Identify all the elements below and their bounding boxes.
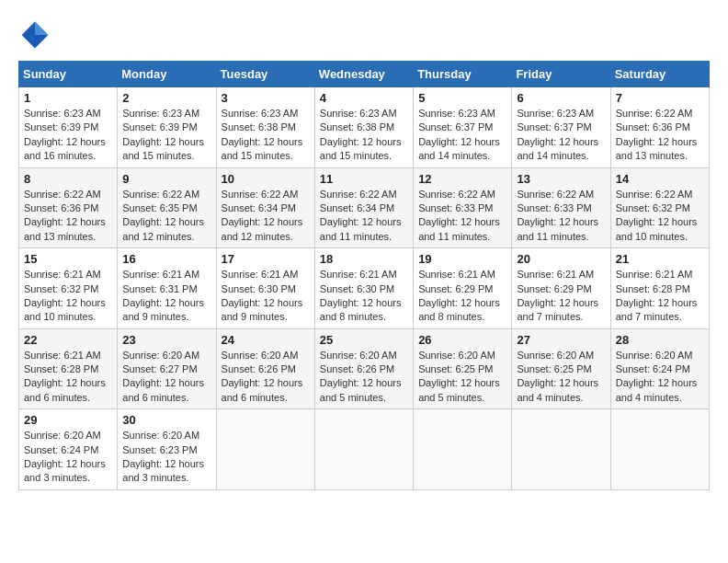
day-info: Sunrise: 6:21 AM Sunset: 6:30 PM Dayligh… — [222, 268, 310, 325]
day-number: 10 — [222, 172, 310, 186]
day-number: 28 — [616, 333, 704, 347]
day-info: Sunrise: 6:21 AM Sunset: 6:28 PM Dayligh… — [616, 268, 704, 325]
day-number: 5 — [418, 91, 506, 105]
calendar-cell: 26 Sunrise: 6:20 AM Sunset: 6:25 PM Dayl… — [414, 328, 512, 409]
day-info: Sunrise: 6:20 AM Sunset: 6:24 PM Dayligh… — [616, 349, 704, 406]
calendar-cell: 8 Sunrise: 6:22 AM Sunset: 6:36 PM Dayli… — [19, 167, 118, 248]
calendar-cell — [414, 409, 512, 490]
calendar-cell: 6 Sunrise: 6:23 AM Sunset: 6:37 PM Dayli… — [512, 87, 610, 168]
weekday-saturday: Saturday — [610, 62, 709, 87]
day-number: 7 — [616, 91, 704, 105]
calendar-cell: 2 Sunrise: 6:23 AM Sunset: 6:39 PM Dayli… — [118, 87, 216, 168]
calendar-cell: 21 Sunrise: 6:21 AM Sunset: 6:28 PM Dayl… — [610, 248, 709, 329]
day-info: Sunrise: 6:23 AM Sunset: 6:39 PM Dayligh… — [24, 107, 112, 164]
calendar-week-1: 1 Sunrise: 6:23 AM Sunset: 6:39 PM Dayli… — [19, 87, 710, 168]
day-number: 20 — [517, 252, 605, 266]
day-number: 17 — [222, 252, 310, 266]
day-number: 15 — [24, 252, 112, 266]
weekday-monday: Monday — [118, 62, 216, 87]
weekday-sunday: Sunday — [19, 62, 118, 87]
day-info: Sunrise: 6:22 AM Sunset: 6:32 PM Dayligh… — [616, 188, 704, 245]
calendar-cell: 15 Sunrise: 6:21 AM Sunset: 6:32 PM Dayl… — [19, 248, 118, 329]
day-number: 23 — [122, 333, 210, 347]
svg-marker-1 — [35, 22, 48, 35]
calendar-cell: 22 Sunrise: 6:21 AM Sunset: 6:28 PM Dayl… — [19, 328, 118, 409]
calendar-cell: 28 Sunrise: 6:20 AM Sunset: 6:24 PM Dayl… — [610, 328, 709, 409]
calendar-cell — [216, 409, 314, 490]
calendar-week-4: 22 Sunrise: 6:21 AM Sunset: 6:28 PM Dayl… — [19, 328, 710, 409]
day-number: 13 — [517, 172, 605, 186]
day-number: 11 — [320, 172, 408, 186]
calendar-cell: 17 Sunrise: 6:21 AM Sunset: 6:30 PM Dayl… — [216, 248, 314, 329]
calendar-cell: 20 Sunrise: 6:21 AM Sunset: 6:29 PM Dayl… — [512, 248, 610, 329]
day-number: 21 — [616, 252, 704, 266]
calendar-cell: 23 Sunrise: 6:20 AM Sunset: 6:27 PM Dayl… — [118, 328, 216, 409]
calendar-body: 1 Sunrise: 6:23 AM Sunset: 6:39 PM Dayli… — [19, 87, 710, 490]
calendar-cell: 13 Sunrise: 6:22 AM Sunset: 6:33 PM Dayl… — [512, 167, 610, 248]
day-number: 4 — [320, 91, 408, 105]
day-number: 14 — [616, 172, 704, 186]
calendar-table: SundayMondayTuesdayWednesdayThursdayFrid… — [18, 61, 710, 490]
calendar-cell — [610, 409, 709, 490]
page-header — [18, 18, 710, 52]
day-info: Sunrise: 6:23 AM Sunset: 6:38 PM Dayligh… — [222, 107, 310, 164]
day-info: Sunrise: 6:21 AM Sunset: 6:28 PM Dayligh… — [24, 349, 112, 406]
day-info: Sunrise: 6:22 AM Sunset: 6:33 PM Dayligh… — [517, 188, 605, 245]
day-number: 25 — [320, 333, 408, 347]
day-number: 19 — [418, 252, 506, 266]
weekday-wednesday: Wednesday — [314, 62, 413, 87]
logo — [18, 18, 57, 52]
calendar-cell: 19 Sunrise: 6:21 AM Sunset: 6:29 PM Dayl… — [414, 248, 512, 329]
calendar-cell: 3 Sunrise: 6:23 AM Sunset: 6:38 PM Dayli… — [216, 87, 314, 168]
day-number: 2 — [122, 91, 210, 105]
day-number: 16 — [122, 252, 210, 266]
weekday-thursday: Thursday — [414, 62, 512, 87]
weekday-tuesday: Tuesday — [216, 62, 314, 87]
calendar-week-3: 15 Sunrise: 6:21 AM Sunset: 6:32 PM Dayl… — [19, 248, 710, 329]
day-info: Sunrise: 6:21 AM Sunset: 6:31 PM Dayligh… — [122, 268, 210, 325]
day-info: Sunrise: 6:21 AM Sunset: 6:30 PM Dayligh… — [320, 268, 408, 325]
day-number: 22 — [24, 333, 112, 347]
calendar-cell: 25 Sunrise: 6:20 AM Sunset: 6:26 PM Dayl… — [314, 328, 413, 409]
day-info: Sunrise: 6:20 AM Sunset: 6:26 PM Dayligh… — [222, 349, 310, 406]
day-number: 26 — [418, 333, 506, 347]
day-info: Sunrise: 6:20 AM Sunset: 6:23 PM Dayligh… — [122, 429, 210, 486]
day-info: Sunrise: 6:22 AM Sunset: 6:35 PM Dayligh… — [122, 188, 210, 245]
calendar-cell: 5 Sunrise: 6:23 AM Sunset: 6:37 PM Dayli… — [414, 87, 512, 168]
day-info: Sunrise: 6:22 AM Sunset: 6:34 PM Dayligh… — [320, 188, 408, 245]
day-number: 3 — [222, 91, 310, 105]
day-info: Sunrise: 6:20 AM Sunset: 6:24 PM Dayligh… — [24, 429, 112, 486]
day-number: 24 — [222, 333, 310, 347]
logo-icon — [18, 18, 51, 52]
day-info: Sunrise: 6:21 AM Sunset: 6:29 PM Dayligh… — [517, 268, 605, 325]
calendar-cell: 16 Sunrise: 6:21 AM Sunset: 6:31 PM Dayl… — [118, 248, 216, 329]
weekday-header-row: SundayMondayTuesdayWednesdayThursdayFrid… — [19, 62, 710, 87]
day-info: Sunrise: 6:22 AM Sunset: 6:34 PM Dayligh… — [222, 188, 310, 245]
day-number: 8 — [24, 172, 112, 186]
day-info: Sunrise: 6:20 AM Sunset: 6:26 PM Dayligh… — [320, 349, 408, 406]
day-info: Sunrise: 6:22 AM Sunset: 6:36 PM Dayligh… — [616, 107, 704, 164]
calendar-cell: 12 Sunrise: 6:22 AM Sunset: 6:33 PM Dayl… — [414, 167, 512, 248]
weekday-friday: Friday — [512, 62, 610, 87]
day-number: 12 — [418, 172, 506, 186]
day-number: 30 — [122, 413, 210, 427]
day-info: Sunrise: 6:20 AM Sunset: 6:25 PM Dayligh… — [418, 349, 506, 406]
calendar-cell: 29 Sunrise: 6:20 AM Sunset: 6:24 PM Dayl… — [19, 409, 118, 490]
calendar-cell: 11 Sunrise: 6:22 AM Sunset: 6:34 PM Dayl… — [314, 167, 413, 248]
day-number: 18 — [320, 252, 408, 266]
day-info: Sunrise: 6:23 AM Sunset: 6:38 PM Dayligh… — [320, 107, 408, 164]
calendar-cell — [512, 409, 610, 490]
day-info: Sunrise: 6:22 AM Sunset: 6:36 PM Dayligh… — [24, 188, 112, 245]
day-info: Sunrise: 6:21 AM Sunset: 6:29 PM Dayligh… — [418, 268, 506, 325]
day-info: Sunrise: 6:21 AM Sunset: 6:32 PM Dayligh… — [24, 268, 112, 325]
day-number: 9 — [122, 172, 210, 186]
calendar-cell: 10 Sunrise: 6:22 AM Sunset: 6:34 PM Dayl… — [216, 167, 314, 248]
calendar-cell: 24 Sunrise: 6:20 AM Sunset: 6:26 PM Dayl… — [216, 328, 314, 409]
calendar-cell: 14 Sunrise: 6:22 AM Sunset: 6:32 PM Dayl… — [610, 167, 709, 248]
day-number: 6 — [517, 91, 605, 105]
calendar-cell: 27 Sunrise: 6:20 AM Sunset: 6:25 PM Dayl… — [512, 328, 610, 409]
day-number: 1 — [24, 91, 112, 105]
calendar-cell — [314, 409, 413, 490]
calendar-cell: 30 Sunrise: 6:20 AM Sunset: 6:23 PM Dayl… — [118, 409, 216, 490]
day-info: Sunrise: 6:23 AM Sunset: 6:37 PM Dayligh… — [418, 107, 506, 164]
